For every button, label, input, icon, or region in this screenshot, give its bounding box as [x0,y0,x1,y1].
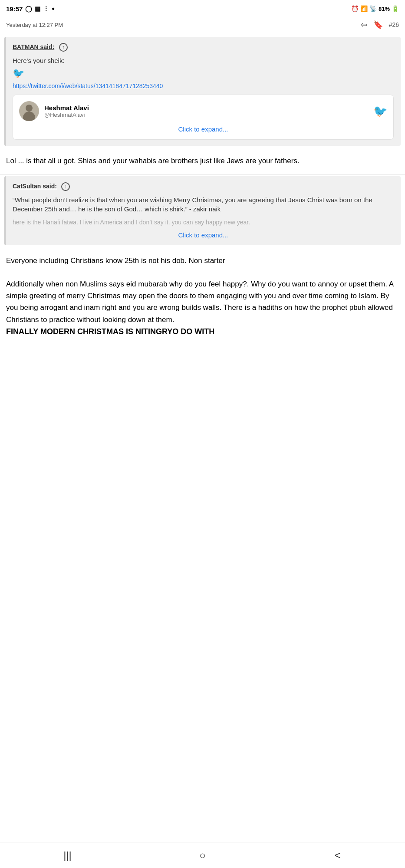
quote-expand-section[interactable]: Click to expand... [13,231,394,239]
tweet-name: Heshmat Alavi [44,104,89,112]
nav-back-icon: ||| [63,849,72,861]
post-text-1: Lol ... is that all u got. Shias and you… [0,150,405,172]
tweet-avatar [19,101,39,121]
divider-2 [0,174,405,174]
tweet-handle: @HeshmatAlavi [44,112,89,118]
post-timestamp: Yesterday at 12:27 PM [6,22,63,28]
tweet-expand-section[interactable]: Click to expand... [19,125,387,133]
alarm-icon: ⏰ [351,5,359,12]
tweet-card: Heshmat Alavi @HeshmatAlavi 🐦 Click to e… [13,95,394,140]
status-time-group: 19:57 ◯ ▦ ⋮ • [6,5,55,13]
quote-author-line-2: CatSultan said: ↑ [13,182,394,191]
tweet-user-info: Heshmat Alavi @HeshmatAlavi [44,104,89,118]
nav-bar: ||| ○ < [0,842,405,868]
wifi-icon: 📶 [360,5,368,12]
status-icon-misc: ⋮ [43,5,49,12]
post-line-3: FINALLY MODERN CHRISTMAS IS NITINGRYO DO… [6,327,214,336]
quote-arrow-catsultan[interactable]: ↑ [61,182,70,191]
click-to-expand-quote[interactable]: Click to expand... [178,231,228,239]
post-text-2: Everyone including Christians know 25th … [0,250,405,343]
quote-block-batman: BATMAN said: ↑ Here's your sheik: 🐦 http… [4,37,401,146]
tweet-card-header: Heshmat Alavi @HeshmatAlavi 🐦 [19,101,387,121]
signal-icon: 📡 [369,5,377,12]
status-right-icons: ⏰ 📶 📡 81% 🔋 [351,5,399,12]
quote-main-text: “What people don’t realize is that when … [13,195,394,214]
tweet-card-user: Heshmat Alavi @HeshmatAlavi [19,101,89,121]
click-to-expand-tweet[interactable]: Click to expand... [178,125,228,133]
nav-back-button[interactable]: ||| [55,847,81,864]
status-icon-whatsapp: ◯ [25,5,32,12]
status-bar: 19:57 ◯ ▦ ⋮ • ⏰ 📶 📡 81% 🔋 [0,0,405,16]
status-time: 19:57 [6,5,23,13]
battery-percent: 81% [379,6,390,12]
quote-author-batman: BATMAN said: [13,43,54,50]
nav-recents-button[interactable]: < [325,847,351,864]
quote-faded-text: here is the Hanafi fatwa. I live in Amer… [13,218,394,227]
status-icon-calendar: ▦ [35,5,40,12]
battery-icon: 🔋 [392,5,399,12]
nav-recents-icon: < [334,849,340,861]
post-header: Yesterday at 12:27 PM ⇦ 🔖 #26 [0,16,405,33]
status-dot: • [52,5,54,13]
quote-arrow-batman[interactable]: ↑ [59,43,68,52]
share-icon[interactable]: ⇦ [361,20,367,30]
tweet-link[interactable]: https://twitter.com/i/web/status/1341418… [13,82,394,91]
twitter-bird-inline: 🐦 [13,67,394,80]
post-line-1: Everyone including Christians know 25th … [6,256,225,265]
tweet-bird-icon: 🐦 [373,105,387,118]
divider-1 [0,35,405,35]
quote-author-line: BATMAN said: ↑ [13,43,394,52]
quote-text-batman: Here's your sheik: 🐦 https://twitter.com… [13,56,394,90]
quote-author-catsultan: CatSultan said: [13,183,57,190]
nav-home-icon: ○ [199,849,206,861]
post-line-2: Additionally when non Muslims says eid m… [6,280,393,324]
nav-home-button[interactable]: ○ [190,847,216,864]
post-header-actions: ⇦ 🔖 #26 [361,20,399,30]
quote-block-catsultan: CatSultan said: ↑ “What people don’t rea… [4,176,401,245]
bookmark-icon[interactable]: 🔖 [373,20,383,30]
post-number: #26 [389,21,399,28]
